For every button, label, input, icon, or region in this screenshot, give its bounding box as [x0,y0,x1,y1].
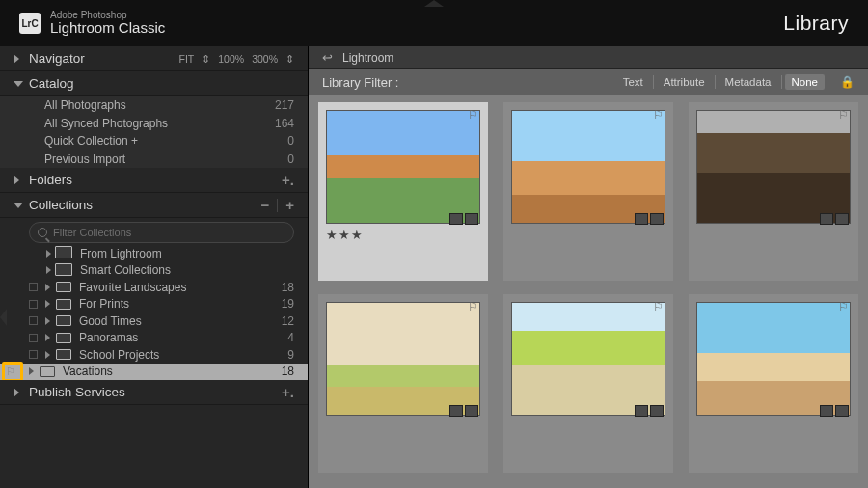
panel-navigator-header[interactable]: Navigator FIT ⇕ 100% 300% ⇕ [0,46,308,71]
badge-icon[interactable] [835,213,849,225]
collection-set-icon [57,265,72,276]
catalog-item[interactable]: Previous Import 0 [0,150,308,169]
zoom-fit-button[interactable]: FIT [179,53,195,65]
thumbnail[interactable] [511,110,665,224]
panel-collections-header[interactable]: Collections − + [0,193,308,218]
search-icon [38,228,47,237]
panel-folders-header[interactable]: Folders +. [0,168,308,193]
panel-publish-header[interactable]: Publish Services +. [0,380,308,405]
collection-item-count: 9 [287,348,294,362]
flag-icon[interactable]: ⚐ [838,108,849,122]
back-icon[interactable]: ↩ [322,50,333,65]
flag-icon[interactable]: ⚐ [653,108,664,122]
divider [715,75,716,89]
chevron-right-icon [14,388,19,397]
flag-icon[interactable]: ⚐ [838,300,849,313]
target-collection-flag-icon: ⚐ [6,366,19,378]
panel-catalog-title: Catalog [29,76,74,91]
catalog-item-label: Quick Collection + [44,134,138,148]
app-title-block: Adobe Photoshop Lightroom Classic [50,10,165,37]
divider [277,199,278,212]
filter-option-text[interactable]: Text [616,74,650,90]
collection-item-label: Smart Collections [80,263,171,277]
grid-cell-selected[interactable]: ⚐ ★★★ [318,102,488,281]
collection-item-count: 19 [282,297,294,311]
thumbnail[interactable] [511,302,665,416]
zoom-300-button[interactable]: 300% [252,53,278,65]
collection-item-selected[interactable]: ⚐ Vacations 18 [0,364,308,381]
badge-icon[interactable] [650,213,664,225]
catalog-item-label: Previous Import [44,152,125,166]
breadcrumb-text[interactable]: Lightroom [342,51,393,65]
badge-icon[interactable] [820,405,833,417]
panel-catalog-header[interactable]: Catalog [0,71,308,96]
panel-collections-title: Collections [29,198,93,212]
divider [653,75,654,89]
plus-icon[interactable]: + [285,198,294,212]
badge-icon[interactable] [650,405,664,417]
badge-icon[interactable] [635,405,648,417]
thumbnail[interactable] [326,110,480,224]
sync-checkbox[interactable] [29,316,38,325]
catalog-item[interactable]: All Synced Photographs 164 [0,115,308,133]
badge-icon[interactable] [820,213,833,225]
grid-cell[interactable]: ⚐ [318,294,488,473]
chevron-right-icon [45,317,50,325]
chevron-right-icon [46,266,51,274]
collection-item-count: 12 [282,314,294,328]
sync-checkbox[interactable] [29,334,38,342]
collection-item[interactable]: For Prints 19 [0,296,308,313]
grid-cell[interactable]: ⚐ [503,294,673,473]
collection-set-icon [57,248,72,258]
thumbnail[interactable] [696,302,851,416]
badge-icon[interactable] [449,213,463,225]
badge-icon[interactable] [465,405,478,417]
badge-icon[interactable] [635,213,648,225]
collection-item[interactable]: Panoramas 4 [0,330,308,347]
flag-icon[interactable]: ⚐ [468,300,478,313]
chevron-right-icon [45,351,50,359]
grid-cell[interactable]: ⚐ [689,294,858,473]
sync-checkbox[interactable] [29,300,38,309]
collection-item[interactable]: School Projects 9 [0,346,308,364]
collection-icon [56,282,71,292]
panel-publish-title: Publish Services [29,385,125,399]
collections-filter-input[interactable]: Filter Collections [29,222,294,243]
filter-option-none[interactable]: None [785,74,826,90]
lock-icon[interactable]: 🔒 [840,75,854,89]
app-title: Lightroom Classic [50,20,165,37]
plus-icon[interactable]: +. [282,385,294,399]
catalog-item[interactable]: All Photographs 217 [0,96,308,115]
sync-checkbox[interactable] [29,283,38,291]
collection-item[interactable]: Smart Collections [0,262,308,280]
flag-icon[interactable]: ⚐ [468,108,478,122]
rating-stars[interactable]: ★★★ [326,228,480,242]
sync-checkbox[interactable] [29,350,38,359]
badge-icon[interactable] [465,213,478,225]
thumbnail[interactable] [696,110,851,224]
module-switcher-library[interactable]: Library [783,12,849,35]
badge-icon[interactable] [835,405,849,417]
filter-option-metadata[interactable]: Metadata [719,74,778,90]
badge-icon[interactable] [449,405,463,417]
filter-option-attribute[interactable]: Attribute [657,74,712,90]
plus-icon[interactable]: +. [282,173,294,187]
collection-item[interactable]: From Lightroom [0,245,308,262]
thumbnail[interactable] [326,302,480,416]
flag-icon[interactable]: ⚐ [653,300,664,313]
catalog-item[interactable]: Quick Collection + 0 [0,132,308,150]
catalog-item-count: 217 [275,98,294,112]
panel-strip-handle[interactable] [424,0,444,7]
thumbnail-grid[interactable]: ⚐ ★★★ ⚐ ⚐ ⚐ [309,95,868,488]
collection-item-count: 18 [282,281,294,294]
divider [781,75,782,89]
grid-cell[interactable]: ⚐ [689,102,858,281]
zoom-100-button[interactable]: 100% [218,53,244,65]
collection-item[interactable]: Favorite Landscapes 18 [0,279,308,296]
left-panel-toggle[interactable] [0,309,7,326]
grid-cell[interactable]: ⚐ [503,102,673,281]
chevron-right-icon [45,284,50,291]
collection-item[interactable]: Good Times 12 [0,312,308,330]
minus-icon[interactable]: − [260,198,269,212]
catalog-list: All Photographs 217 All Synced Photograp… [0,96,308,168]
